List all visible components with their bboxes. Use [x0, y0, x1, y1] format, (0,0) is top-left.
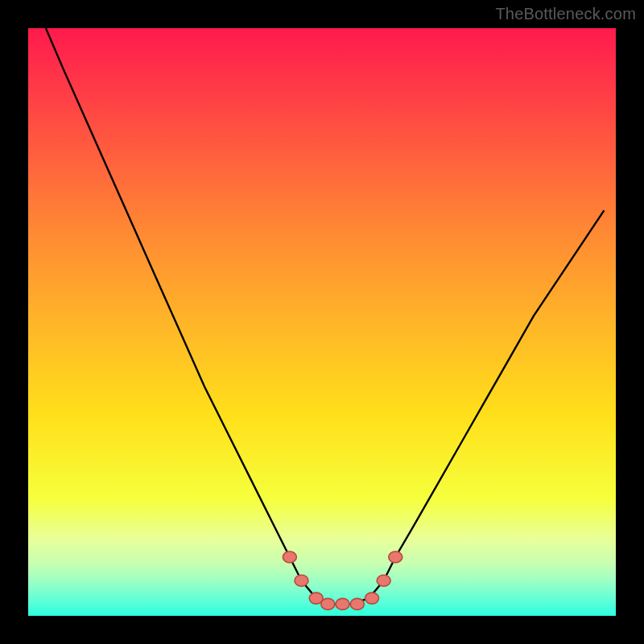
chart-marker — [283, 551, 296, 563]
chart-markers — [283, 551, 402, 609]
chart-marker — [336, 598, 349, 609]
chart-svg — [28, 28, 616, 616]
chart-marker — [350, 598, 364, 609]
chart-marker — [365, 592, 379, 604]
chart-curve — [46, 28, 605, 604]
chart-marker — [389, 551, 402, 563]
chart-frame: TheBottleneck.com — [0, 0, 644, 644]
chart-plot-area — [28, 28, 616, 616]
chart-marker — [295, 575, 308, 586]
chart-marker — [321, 598, 335, 609]
chart-marker — [377, 575, 390, 586]
watermark-text: TheBottleneck.com — [495, 5, 636, 23]
